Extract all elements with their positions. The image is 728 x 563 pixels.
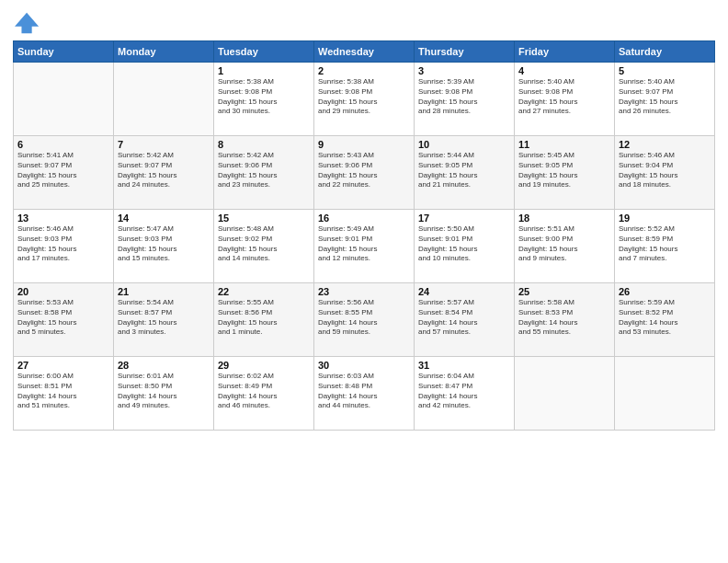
- calendar-cell: 3Sunrise: 5:39 AM Sunset: 9:08 PM Daylig…: [415, 63, 515, 136]
- day-number: 15: [218, 213, 310, 224]
- calendar-table: SundayMondayTuesdayWednesdayThursdayFrid…: [13, 40, 715, 431]
- cell-content: Sunrise: 5:50 AM Sunset: 9:01 PM Dayligh…: [418, 224, 510, 264]
- cell-content: Sunrise: 5:45 AM Sunset: 9:05 PM Dayligh…: [518, 151, 610, 190]
- header: [13, 9, 715, 35]
- calendar-cell: 25Sunrise: 5:58 AM Sunset: 8:53 PM Dayli…: [515, 283, 615, 357]
- weekday-header: Monday: [114, 41, 214, 63]
- day-number: 1: [218, 65, 310, 76]
- cell-content: Sunrise: 5:54 AM Sunset: 8:57 PM Dayligh…: [118, 298, 210, 338]
- calendar-cell: 22Sunrise: 5:55 AM Sunset: 8:56 PM Dayli…: [214, 283, 314, 357]
- day-number: 6: [17, 139, 109, 150]
- calendar-cell: 15Sunrise: 5:48 AM Sunset: 9:02 PM Dayli…: [214, 210, 314, 283]
- weekday-header: Friday: [515, 41, 615, 63]
- calendar-cell: 11Sunrise: 5:45 AM Sunset: 9:05 PM Dayli…: [515, 136, 615, 210]
- cell-content: Sunrise: 5:56 AM Sunset: 8:55 PM Dayligh…: [318, 298, 410, 338]
- cell-content: Sunrise: 5:42 AM Sunset: 9:06 PM Dayligh…: [218, 151, 310, 190]
- cell-content: Sunrise: 5:39 AM Sunset: 9:08 PM Dayligh…: [418, 77, 510, 117]
- day-number: 30: [318, 360, 410, 371]
- calendar-cell: 2Sunrise: 5:38 AM Sunset: 9:08 PM Daylig…: [314, 63, 415, 136]
- calendar-cell: 4Sunrise: 5:40 AM Sunset: 9:08 PM Daylig…: [515, 63, 615, 136]
- day-number: 29: [218, 360, 310, 371]
- calendar-cell: 20Sunrise: 5:53 AM Sunset: 8:58 PM Dayli…: [14, 283, 114, 357]
- svg-marker-0: [15, 13, 39, 33]
- cell-content: Sunrise: 6:03 AM Sunset: 8:48 PM Dayligh…: [318, 372, 410, 411]
- calendar-cell: 29Sunrise: 6:02 AM Sunset: 8:49 PM Dayli…: [214, 357, 314, 431]
- calendar-cell: 9Sunrise: 5:43 AM Sunset: 9:06 PM Daylig…: [314, 136, 415, 210]
- cell-content: Sunrise: 5:52 AM Sunset: 8:59 PM Dayligh…: [619, 224, 711, 264]
- calendar-cell: 7Sunrise: 5:42 AM Sunset: 9:07 PM Daylig…: [114, 136, 214, 210]
- day-number: 7: [118, 139, 210, 150]
- calendar-cell: 23Sunrise: 5:56 AM Sunset: 8:55 PM Dayli…: [314, 283, 415, 357]
- weekday-header-row: SundayMondayTuesdayWednesdayThursdayFrid…: [14, 41, 715, 63]
- calendar-week-row: 13Sunrise: 5:46 AM Sunset: 9:03 PM Dayli…: [14, 210, 715, 283]
- calendar-cell: 8Sunrise: 5:42 AM Sunset: 9:06 PM Daylig…: [214, 136, 314, 210]
- cell-content: Sunrise: 6:01 AM Sunset: 8:50 PM Dayligh…: [118, 372, 210, 411]
- cell-content: Sunrise: 6:04 AM Sunset: 8:47 PM Dayligh…: [418, 372, 510, 411]
- calendar-cell: 5Sunrise: 5:40 AM Sunset: 9:07 PM Daylig…: [615, 63, 715, 136]
- day-number: 9: [318, 139, 410, 150]
- day-number: 27: [17, 360, 109, 371]
- calendar-cell: 6Sunrise: 5:41 AM Sunset: 9:07 PM Daylig…: [14, 136, 114, 210]
- calendar-cell: 13Sunrise: 5:46 AM Sunset: 9:03 PM Dayli…: [14, 210, 114, 283]
- day-number: 28: [118, 360, 210, 371]
- day-number: 5: [619, 65, 711, 76]
- weekday-header: Sunday: [14, 41, 114, 63]
- cell-content: Sunrise: 5:40 AM Sunset: 9:07 PM Dayligh…: [619, 77, 711, 117]
- cell-content: Sunrise: 5:55 AM Sunset: 8:56 PM Dayligh…: [218, 298, 310, 338]
- cell-content: Sunrise: 5:38 AM Sunset: 9:08 PM Dayligh…: [318, 77, 410, 117]
- day-number: 2: [318, 65, 410, 76]
- day-number: 14: [118, 213, 210, 224]
- calendar-cell: 17Sunrise: 5:50 AM Sunset: 9:01 PM Dayli…: [415, 210, 515, 283]
- day-number: 11: [518, 139, 610, 150]
- cell-content: Sunrise: 5:53 AM Sunset: 8:58 PM Dayligh…: [17, 298, 109, 338]
- day-number: 3: [418, 65, 510, 76]
- day-number: 25: [518, 286, 610, 297]
- cell-content: Sunrise: 5:42 AM Sunset: 9:07 PM Dayligh…: [118, 151, 210, 190]
- day-number: 19: [619, 213, 711, 224]
- page: SundayMondayTuesdayWednesdayThursdayFrid…: [0, 0, 728, 563]
- day-number: 22: [218, 286, 310, 297]
- cell-content: Sunrise: 5:43 AM Sunset: 9:06 PM Dayligh…: [318, 151, 410, 190]
- calendar-cell: 10Sunrise: 5:44 AM Sunset: 9:05 PM Dayli…: [415, 136, 515, 210]
- day-number: 8: [218, 139, 310, 150]
- day-number: 18: [518, 213, 610, 224]
- day-number: 4: [518, 65, 610, 76]
- calendar-cell: 19Sunrise: 5:52 AM Sunset: 8:59 PM Dayli…: [615, 210, 715, 283]
- calendar-cell: 12Sunrise: 5:46 AM Sunset: 9:04 PM Dayli…: [615, 136, 715, 210]
- cell-content: Sunrise: 5:40 AM Sunset: 9:08 PM Dayligh…: [518, 77, 610, 117]
- day-number: 10: [418, 139, 510, 150]
- cell-content: Sunrise: 5:48 AM Sunset: 9:02 PM Dayligh…: [218, 224, 310, 264]
- calendar-cell: [515, 357, 615, 431]
- calendar-cell: 28Sunrise: 6:01 AM Sunset: 8:50 PM Dayli…: [114, 357, 214, 431]
- calendar-cell: 30Sunrise: 6:03 AM Sunset: 8:48 PM Dayli…: [314, 357, 415, 431]
- cell-content: Sunrise: 6:00 AM Sunset: 8:51 PM Dayligh…: [17, 372, 109, 411]
- cell-content: Sunrise: 5:44 AM Sunset: 9:05 PM Dayligh…: [418, 151, 510, 190]
- calendar-cell: 1Sunrise: 5:38 AM Sunset: 9:08 PM Daylig…: [214, 63, 314, 136]
- calendar-cell: 14Sunrise: 5:47 AM Sunset: 9:03 PM Dayli…: [114, 210, 214, 283]
- calendar-cell: 26Sunrise: 5:59 AM Sunset: 8:52 PM Dayli…: [615, 283, 715, 357]
- calendar-cell: 31Sunrise: 6:04 AM Sunset: 8:47 PM Dayli…: [415, 357, 515, 431]
- calendar-cell: 18Sunrise: 5:51 AM Sunset: 9:00 PM Dayli…: [515, 210, 615, 283]
- day-number: 24: [418, 286, 510, 297]
- calendar-cell: 24Sunrise: 5:57 AM Sunset: 8:54 PM Dayli…: [415, 283, 515, 357]
- cell-content: Sunrise: 5:57 AM Sunset: 8:54 PM Dayligh…: [418, 298, 510, 338]
- calendar-cell: 21Sunrise: 5:54 AM Sunset: 8:57 PM Dayli…: [114, 283, 214, 357]
- day-number: 26: [619, 286, 711, 297]
- weekday-header: Saturday: [615, 41, 715, 63]
- day-number: 17: [418, 213, 510, 224]
- cell-content: Sunrise: 5:46 AM Sunset: 9:04 PM Dayligh…: [619, 151, 711, 190]
- day-number: 12: [619, 139, 711, 150]
- cell-content: Sunrise: 5:59 AM Sunset: 8:52 PM Dayligh…: [619, 298, 711, 338]
- calendar-cell: [14, 63, 114, 136]
- day-number: 21: [118, 286, 210, 297]
- calendar-cell: 27Sunrise: 6:00 AM Sunset: 8:51 PM Dayli…: [14, 357, 114, 431]
- cell-content: Sunrise: 5:46 AM Sunset: 9:03 PM Dayligh…: [17, 224, 109, 264]
- cell-content: Sunrise: 5:49 AM Sunset: 9:01 PM Dayligh…: [318, 224, 410, 264]
- cell-content: Sunrise: 5:51 AM Sunset: 9:00 PM Dayligh…: [518, 224, 610, 264]
- weekday-header: Thursday: [415, 41, 515, 63]
- day-number: 16: [318, 213, 410, 224]
- logo: [13, 9, 40, 35]
- calendar-cell: [114, 63, 214, 136]
- cell-content: Sunrise: 5:47 AM Sunset: 9:03 PM Dayligh…: [118, 224, 210, 264]
- cell-content: Sunrise: 5:38 AM Sunset: 9:08 PM Dayligh…: [218, 77, 310, 117]
